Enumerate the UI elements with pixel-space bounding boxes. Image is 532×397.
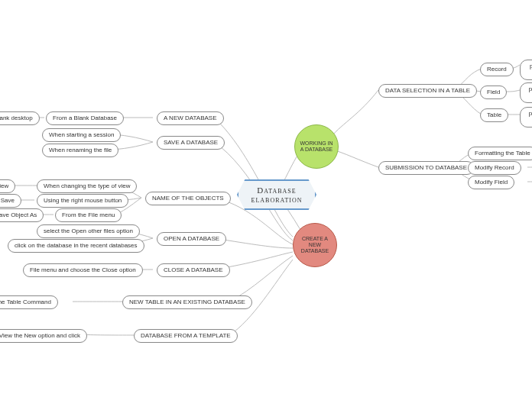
hub-working[interactable]: WORKING IN A DATABASE xyxy=(294,124,339,169)
node-name-objects[interactable]: NAME OF THE OBJECTS xyxy=(145,192,231,205)
central-topic[interactable]: Database elaboration xyxy=(237,179,316,210)
hub-working-label: WORKING IN A DATABASE xyxy=(298,140,335,152)
node-from-blank[interactable]: From a Blank Database xyxy=(46,111,124,125)
node-from-template[interactable]: DATABASE FROM A TEMPLATE xyxy=(134,329,238,343)
node-submission[interactable]: SUBMISSION TO DATABASE xyxy=(378,161,474,175)
node-open-database[interactable]: OPEN A DATABASE xyxy=(157,232,226,246)
node-from-template-desc[interactable]: ckstage View the New option and click xyxy=(0,329,87,343)
node-open-recent[interactable]: click on the database in the recent data… xyxy=(8,239,144,253)
node-right-mouse-d[interactable]: e Save xyxy=(0,194,21,208)
central-line2: elaboration xyxy=(246,195,307,204)
node-close-database[interactable]: CLOSE A DATABASE xyxy=(157,263,230,277)
node-change-view-d[interactable]: View xyxy=(0,179,15,193)
node-field[interactable]: Field xyxy=(480,86,507,99)
node-table[interactable]: Table xyxy=(480,108,508,122)
node-file-menu[interactable]: From the File menu xyxy=(55,208,122,222)
hub-create[interactable]: CREATE A NEW DATABASE xyxy=(293,223,337,267)
node-open-other[interactable]: select the Open other files option xyxy=(37,224,140,238)
node-close-desc[interactable]: File menu and choose the Close option xyxy=(23,263,143,277)
central-line1: Database xyxy=(246,186,307,195)
node-record-desc[interactable]: place the cursor on i appears xyxy=(520,60,532,80)
node-record[interactable]: Record xyxy=(480,63,514,76)
node-table-desc[interactable]: place the cursor at th it xyxy=(520,107,532,127)
node-save-database[interactable]: SAVE A DATABASE xyxy=(157,136,225,150)
node-new-database[interactable]: A NEW DATABASE xyxy=(157,111,224,125)
node-new-table-desc[interactable]: with the Table Command xyxy=(0,295,58,309)
hub-create-label: CREATE A NEW DATABASE xyxy=(297,236,333,253)
node-change-view[interactable]: When changing the type of view xyxy=(37,179,137,193)
node-modify-record[interactable]: Modify Record xyxy=(468,161,521,175)
node-blank-desktop[interactable]: the Blank desktop xyxy=(0,111,40,125)
node-save-rename[interactable]: When renaming the file xyxy=(42,144,118,157)
node-new-table[interactable]: NEW TABLE IN AN EXISTING DATABASE xyxy=(122,295,252,309)
node-formatting[interactable]: Formatting the Table xyxy=(468,147,532,160)
node-file-menu-d[interactable]: n Save Object As xyxy=(0,208,44,222)
node-data-selection[interactable]: DATA SELECTION IN A TABLE xyxy=(378,84,477,98)
node-right-mouse[interactable]: Using the right mouse button xyxy=(37,194,128,208)
node-field-desc[interactable]: place the cursor at th symbol appears xyxy=(520,82,532,103)
node-modify-field[interactable]: Modify Field xyxy=(468,176,514,189)
node-save-start[interactable]: When starting a session xyxy=(42,128,121,142)
